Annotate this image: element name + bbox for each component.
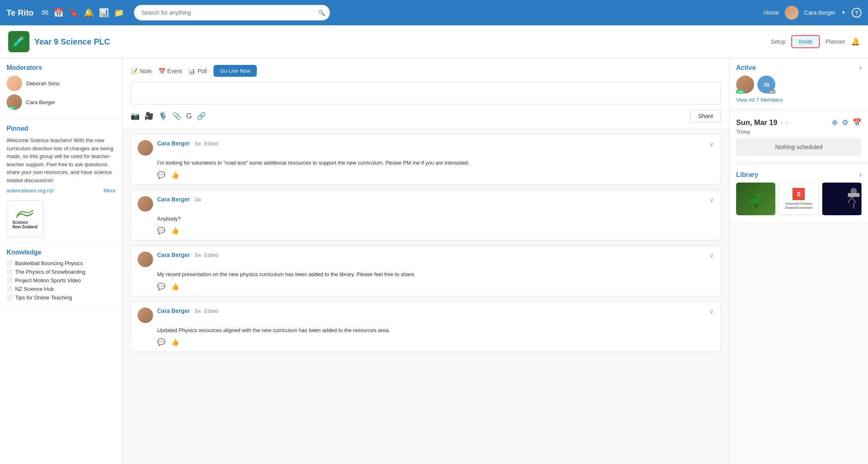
group-title: Year 9 Science PLC	[34, 37, 110, 47]
video-icon[interactable]: 🎥	[145, 112, 154, 120]
knowledge-title: Knowledge	[7, 249, 116, 256]
post-header: Cara Berger 5w Edited ∨	[138, 140, 714, 156]
post-chevron[interactable]: ∨	[709, 252, 714, 259]
link-icon[interactable]: 🔗	[197, 112, 206, 120]
active-arrow[interactable]: ›	[859, 64, 861, 71]
camera-icon[interactable]: 📷	[131, 112, 140, 120]
poll-tab[interactable]: 📊 Poll	[188, 68, 207, 74]
post-meta: Cara Berger 5w Edited	[157, 140, 705, 147]
knowledge-item[interactable]: NZ Science Hub	[7, 286, 116, 292]
calendar-next[interactable]: ›	[786, 119, 788, 126]
knowledge-item[interactable]: The Physics of Snowboarding	[7, 269, 116, 275]
search-icon: 🔍	[318, 9, 325, 16]
library-section: Library › S ScienceI	[730, 165, 868, 221]
note-tab[interactable]: 📝 Note	[131, 68, 152, 74]
post-card: Cara Berger 5w Edited ∨ My recent presen…	[131, 245, 721, 297]
more-link[interactable]: More	[103, 187, 116, 194]
bookmark-icon[interactable]: 🔖	[69, 8, 79, 18]
post-actions: 💬 👍	[157, 227, 714, 234]
comment-icon[interactable]: 💬	[157, 227, 165, 234]
library-image-1[interactable]	[736, 183, 775, 215]
setup-link[interactable]: Setup	[771, 38, 786, 45]
user-avatar[interactable]	[785, 6, 799, 20]
comment-icon[interactable]: 💬	[157, 283, 165, 290]
topnav-right: Home Cara Berger ▼ ?	[763, 6, 861, 20]
like-icon[interactable]: 👍	[171, 227, 179, 234]
days-badge: 18d	[768, 90, 775, 94]
username-label[interactable]: Cara Berger	[804, 9, 835, 16]
comment-icon[interactable]: 💬	[157, 338, 165, 346]
calendar-section: Sun, Mar 19 ‹ › ⊕ ⚙ 📅 Today Nothing sche…	[730, 112, 868, 162]
event-tab[interactable]: 📅 Event	[158, 68, 182, 74]
library-arrow[interactable]: ›	[859, 171, 861, 178]
post-edited: Edited	[204, 141, 218, 147]
chart-icon[interactable]: 📊	[99, 8, 109, 18]
folder-icon[interactable]: 📁	[114, 8, 124, 18]
google-icon[interactable]: G	[186, 112, 192, 120]
library-image-3[interactable]	[822, 183, 861, 215]
post-avatar	[138, 252, 153, 267]
app-logo[interactable]: Te Rito	[7, 8, 33, 18]
calendar-prev[interactable]: ‹	[781, 119, 783, 126]
bell-icon[interactable]: 🔔	[84, 8, 94, 18]
settings-icon[interactable]: ⚙	[842, 118, 848, 127]
home-link[interactable]: Home	[763, 9, 779, 16]
attachment-icon[interactable]: 📎	[172, 112, 181, 120]
knowledge-item[interactable]: Basketball Bouncing Physics	[7, 260, 116, 266]
like-icon[interactable]: 👍	[171, 171, 179, 179]
post-author: Cara Berger	[157, 196, 190, 203]
post-content: Anybody?	[157, 215, 714, 223]
post-avatar	[138, 308, 153, 323]
active-avatar-1: now	[736, 76, 754, 94]
help-button[interactable]: ?	[852, 8, 861, 18]
comment-icon[interactable]: 💬	[157, 171, 165, 179]
group-actions: Setup Invite Planner 🔔	[771, 35, 860, 48]
share-button[interactable]: Share	[690, 110, 721, 122]
knowledge-section: Knowledge Basketball Bouncing Physics Th…	[0, 243, 122, 309]
main-container: Moderators Deborah Sims now Cara Berger …	[0, 58, 868, 464]
moderator-name-2: Cara Berger	[26, 99, 55, 105]
knowledge-item[interactable]: Project Motion Sports Video	[7, 277, 116, 283]
go-live-button[interactable]: Go Live Now	[214, 65, 257, 77]
active-members-section: Active › now JS 18d View All 7 Members	[730, 58, 868, 109]
post-meta: Cara Berger 3w	[157, 196, 705, 203]
planner-link[interactable]: Planner	[826, 38, 845, 45]
group-icon: 🧪	[8, 31, 29, 52]
calendar-today-label: Today	[736, 129, 861, 135]
calendar-view-icon[interactable]: 📅	[852, 118, 861, 127]
pinned-text: Welcome Science teachers! With the new c…	[7, 136, 116, 184]
post-edited: Edited	[204, 252, 218, 258]
post-chevron[interactable]: ∨	[709, 308, 714, 315]
group-bell-icon[interactable]: 🔔	[851, 37, 860, 46]
library-image-2[interactable]: S ScienceInTheNewZealandCurriculum	[779, 183, 819, 215]
search-input[interactable]	[134, 5, 330, 20]
left-sidebar: Moderators Deborah Sims now Cara Berger …	[0, 58, 122, 464]
group-header-bar: 🧪 Year 9 Science PLC Setup Invite Planne…	[0, 25, 868, 58]
invite-button[interactable]: Invite	[791, 35, 819, 48]
calendar-icon[interactable]: 📅	[53, 8, 64, 18]
post-chevron[interactable]: ∨	[709, 140, 714, 148]
post-content: My recent presentation on the new physic…	[157, 270, 714, 279]
composer-input[interactable]	[131, 82, 721, 105]
knowledge-item[interactable]: Tips for Online Teaching	[7, 294, 116, 301]
library-images: S ScienceInTheNewZealandCurriculum	[736, 183, 861, 215]
post-time: 5w	[195, 252, 201, 258]
post-author: Cara Berger	[157, 140, 190, 147]
science-logo-svg	[15, 208, 35, 220]
composer-tabs: 📝 Note 📅 Event 📊 Poll Go Live Now	[131, 65, 721, 77]
js-initials: JS	[763, 82, 770, 88]
mail-icon[interactable]: ✉	[42, 8, 49, 18]
view-all-link[interactable]: View All 7 Members	[736, 97, 861, 103]
post-chevron[interactable]: ∨	[709, 196, 714, 204]
active-now-badge: now	[736, 90, 744, 94]
dropdown-icon[interactable]: ▼	[841, 10, 846, 16]
add-event-icon[interactable]: ⊕	[832, 118, 838, 127]
active-title: Active	[736, 64, 756, 71]
pinned-link[interactable]: sciencelearn.org.nz/	[7, 187, 116, 194]
like-icon[interactable]: 👍	[171, 283, 179, 290]
post-actions: 💬 👍	[157, 283, 714, 290]
science-logo-text: ScienceNew Zealand	[12, 220, 37, 229]
mic-icon[interactable]: 🎙️	[158, 112, 167, 120]
science-logo-image: ScienceNew Zealand	[7, 200, 43, 237]
like-icon[interactable]: 👍	[171, 338, 179, 346]
